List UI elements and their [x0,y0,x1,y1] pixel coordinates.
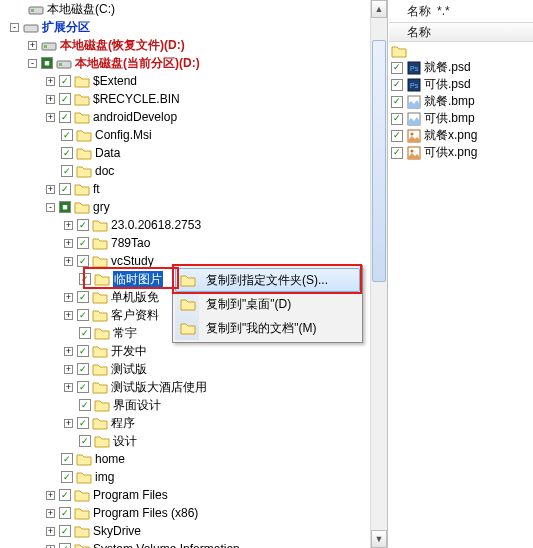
tree-item[interactable]: +✓测试版 [0,360,387,378]
folder-icon [74,542,90,548]
checkbox[interactable]: ✓ [77,219,89,231]
folder-icon [94,434,110,448]
tree-item[interactable]: +✓System Volume Information [0,540,387,548]
tree-item-ext[interactable]: - 扩展分区 [0,18,387,36]
expand-toggle[interactable]: - [28,59,37,68]
checkbox[interactable]: ✓ [59,93,71,105]
checkbox[interactable]: ✓ [59,543,71,548]
expand-toggle[interactable]: + [46,509,55,518]
file-row[interactable]: ✓就餐.bmp [389,93,533,110]
menu-copy-to-folder[interactable]: 复制到指定文件夹(S)... [175,268,360,292]
tree-item[interactable]: -■gry [0,198,387,216]
expand-toggle[interactable]: + [46,527,55,536]
tree-item[interactable]: ✓img [0,468,387,486]
checkbox[interactable]: ✓ [61,147,73,159]
tree-item-recover-d[interactable]: + 本地磁盘(恢复文件)(D:) [0,36,387,54]
expand-toggle[interactable]: + [46,545,55,549]
parent-folder-row[interactable] [389,42,533,59]
checkbox[interactable]: ✓ [59,489,71,501]
checkbox[interactable]: ✓ [391,147,403,159]
checkbox[interactable]: ✓ [77,363,89,375]
file-row[interactable]: ✓就餐x.png [389,127,533,144]
checkbox[interactable]: ✓ [61,129,73,141]
checkbox[interactable]: ✓ [77,381,89,393]
filter-row: 名称 *.* [389,0,533,22]
tree-item[interactable]: +✓$Extend [0,72,387,90]
tree-item-drive-c[interactable]: 本地磁盘(C:) [0,0,387,18]
tree-item[interactable]: ✓界面设计 [0,396,387,414]
tree-item[interactable]: +✓ft [0,180,387,198]
expand-toggle[interactable]: + [64,419,73,428]
checkbox[interactable]: ■ [41,57,53,69]
file-row[interactable]: ✓可供.bmp [389,110,533,127]
expand-toggle[interactable]: + [46,113,55,122]
checkbox[interactable]: ✓ [77,291,89,303]
checkbox[interactable]: ✓ [391,62,403,74]
checkbox[interactable]: ✓ [391,79,403,91]
folder-icon [94,398,110,412]
expand-toggle[interactable]: + [64,257,73,266]
tree-item[interactable]: ✓Config.Msi [0,126,387,144]
tree-item[interactable]: +✓androidDevelop [0,108,387,126]
expand-toggle[interactable]: + [46,491,55,500]
checkbox[interactable]: ■ [59,201,71,213]
checkbox[interactable]: ✓ [79,273,91,285]
tree-item[interactable]: +✓SkyDrive [0,522,387,540]
checkbox[interactable]: ✓ [79,399,91,411]
expand-toggle[interactable]: + [64,221,73,230]
expand-toggle[interactable]: + [64,347,73,356]
menu-copy-to-mydocs[interactable]: 复制到"我的文档"(M) [175,316,360,340]
tree-item[interactable]: +✓开发中 [0,342,387,360]
checkbox[interactable]: ✓ [61,165,73,177]
menu-copy-to-desktop[interactable]: 复制到"桌面"(D) [175,292,360,316]
expand-toggle[interactable]: - [46,203,55,212]
expand-toggle[interactable]: + [46,95,55,104]
file-row[interactable]: ✓Ps就餐.psd [389,59,533,76]
tree-item[interactable]: +✓Program Files [0,486,387,504]
column-header-name[interactable]: 名称 [389,22,533,42]
file-row[interactable]: ✓可供x.png [389,144,533,161]
context-menu: 复制到指定文件夹(S)... 复制到"桌面"(D) 复制到"我的文档"(M) [172,265,363,343]
tree-item[interactable]: ✓doc [0,162,387,180]
checkbox[interactable]: ✓ [61,453,73,465]
checkbox[interactable]: ✓ [59,75,71,87]
checkbox[interactable]: ✓ [59,507,71,519]
tree-item[interactable]: +✓程序 [0,414,387,432]
tree-item-current-d[interactable]: - ■ 本地磁盘(当前分区)(D:) [0,54,387,72]
checkbox[interactable]: ✓ [391,113,403,125]
expand-toggle[interactable]: + [64,311,73,320]
tree-item[interactable]: ✓Data [0,144,387,162]
tree-item[interactable]: ✓设计 [0,432,387,450]
checkbox[interactable]: ✓ [77,345,89,357]
expand-toggle[interactable]: + [64,239,73,248]
expand-toggle[interactable]: + [64,383,73,392]
tree-item[interactable]: +✓Program Files (x86) [0,504,387,522]
expand-toggle[interactable]: + [28,41,37,50]
tree-item[interactable]: +✓789Tao [0,234,387,252]
tree-item[interactable]: +✓23.0.20618.2753 [0,216,387,234]
checkbox[interactable]: ✓ [77,417,89,429]
file-name: 就餐.psd [424,59,471,76]
checkbox[interactable]: ✓ [59,183,71,195]
checkbox[interactable]: ✓ [59,111,71,123]
checkbox[interactable]: ✓ [59,525,71,537]
expand-toggle[interactable]: + [64,293,73,302]
tree-item[interactable]: +✓测试版大酒店使用 [0,378,387,396]
checkbox[interactable]: ✓ [79,435,91,447]
checkbox[interactable]: ✓ [79,327,91,339]
file-row[interactable]: ✓Ps可供.psd [389,76,533,93]
checkbox[interactable]: ✓ [391,96,403,108]
expand-toggle[interactable]: - [10,23,19,32]
tree-item[interactable]: ✓home [0,450,387,468]
file-name: 可供x.png [424,144,477,161]
tree-item[interactable]: +✓$RECYCLE.BIN [0,90,387,108]
expand-toggle[interactable]: + [46,185,55,194]
expand-toggle[interactable]: + [46,77,55,86]
checkbox[interactable]: ✓ [77,237,89,249]
tree-label: 23.0.20618.2753 [111,218,201,232]
checkbox[interactable]: ✓ [391,130,403,142]
checkbox[interactable]: ✓ [77,255,89,267]
expand-toggle[interactable]: + [64,365,73,374]
checkbox[interactable]: ✓ [77,309,89,321]
checkbox[interactable]: ✓ [61,471,73,483]
